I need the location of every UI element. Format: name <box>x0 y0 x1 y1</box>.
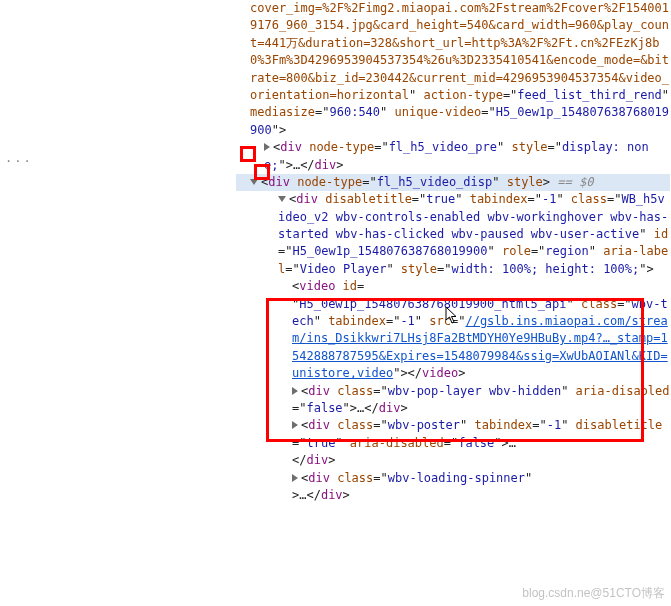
div-video-pre[interactable]: <div node-type="fl_h5_video_pre" style="… <box>250 139 670 174</box>
div-poster[interactable]: <div class="wbv-poster" tabindex="-1" di… <box>250 417 670 469</box>
expand-icon[interactable] <box>292 421 298 429</box>
video-element[interactable]: <video id= "H5_0ew1p_154807638768019900_… <box>250 278 670 382</box>
expand-icon[interactable] <box>264 143 270 151</box>
expand-icon[interactable] <box>292 474 298 482</box>
expand-icon[interactable] <box>292 387 298 395</box>
collapse-icon[interactable] <box>250 179 258 185</box>
div-player-wrapper[interactable]: <div disabletitle="true" tabindex="-1" c… <box>250 191 670 278</box>
watermark: blog.csdn.ne@51CTO博客 <box>522 585 665 602</box>
div-pop-layer[interactable]: <div class="wbv-pop-layer wbv-hidden" ar… <box>250 383 670 418</box>
collapse-icon[interactable] <box>278 196 286 202</box>
elements-gutter: ... <box>0 0 240 606</box>
selected-indicator: == $0 <box>557 175 593 189</box>
div-video-disp[interactable]: <div node-type="fl_h5_video_disp" style>… <box>236 174 670 191</box>
dom-tree[interactable]: cover_img=%2F%2Fimg2.miaopai.com%2Fstrea… <box>250 0 670 504</box>
breadcrumb-dots: ... <box>5 150 33 167</box>
attr-block: cover_img=%2F%2Fimg2.miaopai.com%2Fstrea… <box>250 0 670 139</box>
div-loading-spinner[interactable]: <div class="wbv-loading-spinner" >…</div… <box>250 470 670 505</box>
